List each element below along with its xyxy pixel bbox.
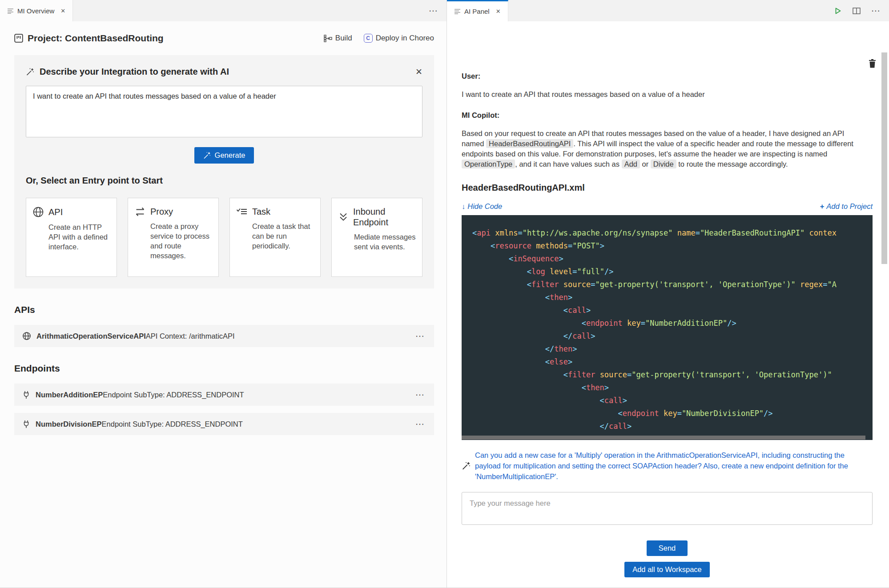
close-icon[interactable]: ✕	[415, 67, 422, 77]
overview-page: Project: ContentBasedRouting Build C Dep…	[0, 21, 447, 588]
magic-wand-icon	[26, 68, 34, 76]
project-header: Project: ContentBasedRouting Build C Dep…	[14, 33, 434, 44]
suggested-prompt-text: Can you add a new case for a 'Multiply' …	[475, 450, 869, 482]
endpoint-row[interactable]: NumberDivisionEPEndpoint SubType: ADDRES…	[14, 413, 434, 435]
magic-wand-icon	[462, 461, 471, 470]
card-title: Task	[252, 206, 270, 217]
plus-icon: +	[820, 202, 825, 211]
card-title: Inbound Endpoint	[353, 206, 416, 228]
card-task[interactable]: Task Create a task that can be run perio…	[229, 198, 321, 277]
row-more-icon[interactable]: ⋯	[415, 390, 424, 399]
endpoint-name: NumberAdditionEP	[36, 391, 103, 399]
apis-section: APIs ArithmaticOperationServiceAPIAPI Co…	[14, 304, 434, 347]
tab-mi-overview[interactable]: MI Overview ✕	[0, 0, 73, 21]
add-to-project-link[interactable]: + Add to Project	[820, 202, 873, 211]
run-icon[interactable]	[833, 7, 842, 15]
endpoints-section: Endpoints NumberAdditionEPEndpoint SubTy…	[14, 363, 434, 435]
endpoint-detail: Endpoint SubType: ADDRESS_ENDPOINT	[103, 391, 244, 399]
row-more-icon[interactable]: ⋯	[415, 332, 424, 340]
left-editor-group: MI Overview ✕ ⋯ Project: ContentBasedRou…	[0, 0, 447, 588]
api-name: ArithmaticOperationServiceAPI	[36, 332, 146, 340]
ai-box-heading: Describe your Integration to generate wi…	[40, 67, 229, 77]
endpoint-detail: Endpoint SubType: ADDRESS_ENDPOINT	[102, 420, 243, 428]
plug-icon	[22, 391, 30, 399]
chat-transcript: User: I want to create an API that route…	[462, 71, 873, 193]
editor-actions-icon[interactable]: ⋯	[429, 6, 438, 15]
hide-code-link[interactable]: ↓ Hide Code	[462, 202, 502, 211]
chat-message-input[interactable]	[462, 492, 873, 525]
globe-icon	[22, 332, 31, 340]
endpoint-name: NumberDivisionEP	[36, 420, 102, 428]
globe-icon	[32, 206, 44, 218]
card-title: Proxy	[150, 206, 173, 217]
api-detail: API Context: /arithmaticAPI	[146, 332, 235, 340]
magic-wand-icon	[203, 152, 211, 159]
endpoint-row[interactable]: NumberAdditionEPEndpoint SubType: ADDRES…	[14, 384, 434, 406]
endpoints-heading: Endpoints	[14, 363, 434, 374]
assistant-message: Based on your request to create an API t…	[462, 128, 864, 169]
card-inbound-endpoint[interactable]: Inbound Endpoint Mediate messages sent v…	[331, 198, 422, 277]
checklist-icon	[236, 207, 248, 216]
apis-heading: APIs	[14, 304, 434, 315]
code-block[interactable]: <api xmlns="http://ws.apache.org/ns/syna…	[462, 215, 873, 440]
editor-actions-icon[interactable]: ⋯	[871, 6, 880, 15]
arrow-down-icon: ↓	[462, 202, 465, 211]
entry-point-heading: Or, Select an Entry point to Start	[26, 176, 422, 186]
list-icon	[7, 8, 14, 14]
close-icon[interactable]: ✕	[496, 8, 501, 15]
ai-panel-page: User: I want to create an API that route…	[447, 21, 889, 588]
workbench: MI Overview ✕ ⋯ Project: ContentBasedRou…	[0, 0, 889, 588]
project-icon	[14, 34, 23, 43]
card-api[interactable]: API Create an HTTP API with a defined in…	[26, 198, 117, 277]
generated-file-name: HeaderBasedRoutingAPI.xml	[462, 183, 873, 193]
row-more-icon[interactable]: ⋯	[415, 420, 424, 428]
card-description: Create a proxy service to process and ro…	[150, 221, 212, 260]
vertical-scrollbar[interactable]	[881, 52, 887, 264]
card-description: Create a task that can be run periodical…	[252, 221, 314, 251]
add-all-to-workspace-button[interactable]: Add all to Workspace	[624, 562, 710, 577]
left-tab-bar: MI Overview ✕ ⋯	[0, 0, 447, 21]
list-icon	[454, 8, 461, 14]
suggested-prompt[interactable]: Can you add a new case for a 'Multiply' …	[462, 450, 875, 482]
api-row[interactable]: ArithmaticOperationServiceAPIAPI Context…	[14, 325, 434, 347]
send-button[interactable]: Send	[647, 540, 688, 556]
double-chevron-down-icon	[338, 212, 349, 222]
build-icon	[324, 35, 332, 42]
card-proxy[interactable]: Proxy Create a proxy service to process …	[128, 198, 219, 277]
right-editor-group: AI Panel ✕ ⋯ User: I want to create an A…	[447, 0, 889, 588]
split-editor-icon[interactable]	[853, 8, 861, 14]
trash-icon[interactable]	[868, 59, 877, 68]
close-icon[interactable]: ✕	[60, 8, 65, 14]
swap-arrows-icon	[134, 207, 146, 217]
tab-label: MI Overview	[17, 7, 54, 15]
generate-button[interactable]: Generate	[194, 147, 254, 164]
user-message: I want to create an API that routes mess…	[462, 89, 873, 100]
user-label: User:	[462, 71, 873, 81]
page-title: Project: ContentBasedRouting	[28, 33, 164, 44]
build-button[interactable]: Build	[324, 34, 352, 43]
tab-label: AI Panel	[464, 8, 490, 15]
assistant-label: MI Copilot:	[462, 110, 873, 120]
integration-description-input[interactable]: I want to create an API that routes mess…	[26, 86, 422, 137]
right-tab-bar: AI Panel ✕ ⋯	[447, 0, 889, 21]
card-title: API	[48, 207, 63, 217]
card-description: Mediate messages sent via events.	[354, 232, 416, 252]
tab-ai-panel[interactable]: AI Panel ✕	[447, 0, 508, 21]
ai-generate-panel: Describe your Integration to generate wi…	[14, 55, 434, 288]
horizontal-scrollbar[interactable]	[462, 436, 865, 440]
entry-point-cards: API Create an HTTP API with a defined in…	[26, 198, 422, 277]
plug-icon	[22, 420, 30, 428]
deploy-in-choreo-button[interactable]: C Deploy in Choreo	[364, 34, 434, 43]
choreo-icon: C	[364, 34, 373, 43]
card-description: Create an HTTP API with a defined interf…	[48, 222, 110, 252]
